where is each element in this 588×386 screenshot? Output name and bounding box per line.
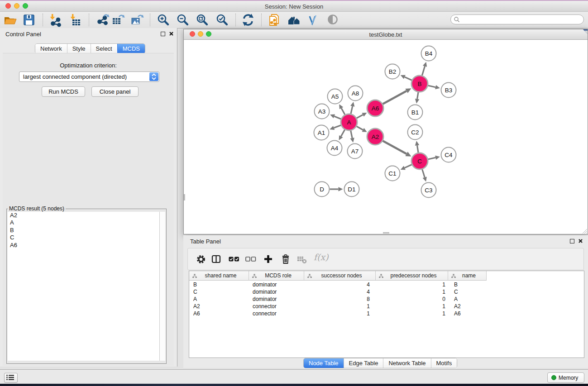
table-cell: 1 [304,303,376,310]
toolbar-separator [150,14,150,26]
table-row[interactable]: Adominator80A [189,295,584,303]
column-header-successor-nodes[interactable]: successor nodes [304,271,376,281]
tab-mcds[interactable]: MCDS [117,44,145,53]
mcds-result-item[interactable]: B [8,227,159,234]
mcds-scrollbar[interactable] [160,212,165,361]
table-close-icon[interactable] [578,239,583,243]
column-header-MCDS-role[interactable]: MCDS role [249,271,304,281]
edge-A-A3[interactable] [334,116,341,119]
optimization-criterion-label: Optimization criterion: [3,62,174,69]
edge-B-B1[interactable] [417,92,418,99]
close-panel-button[interactable]: Close panel [91,86,139,97]
network-graph-canvas[interactable]: AA6A2BCB4B2B3B1A5A8A3A1A4A7C2C4C1C3DD1 [184,40,588,234]
table-row[interactable]: A6connector11A6 [189,310,584,317]
refresh-icon[interactable] [241,13,255,27]
graph-node-label: C1 [388,170,396,177]
column-type-icon [192,274,197,278]
export-network-icon[interactable] [96,13,110,27]
trash-icon[interactable] [281,254,291,264]
table-float-icon[interactable] [570,239,574,243]
export-table-icon[interactable] [111,13,125,27]
edge-A-A2[interactable] [357,126,363,130]
graph-node-label: A5 [331,93,339,100]
table-cell: connector [249,310,304,317]
graph-node-label: A [347,119,351,126]
graph-node-label: B [417,81,421,87]
task-history-button[interactable] [4,373,18,383]
column-type-icon [379,274,383,278]
graph-node-label: A2 [372,133,379,140]
h-scroll-hint[interactable] [383,232,389,234]
tab-select[interactable]: Select [91,44,117,53]
status-bar: Memory [0,369,588,384]
zoom-selected-icon[interactable] [215,13,229,27]
zoom-in-icon[interactable] [156,13,171,27]
mcds-result-item[interactable]: A [8,219,159,226]
fx-icon[interactable]: f(x) [314,252,329,262]
tab-network-table[interactable]: Network Table [383,358,430,368]
eye-icon[interactable] [326,13,340,27]
edge-C-C1[interactable] [405,165,412,168]
v-scroll-hint[interactable] [184,194,185,200]
import-table-icon[interactable] [68,13,83,27]
edge-B-B3[interactable] [428,86,436,87]
unchecked-boxes-icon[interactable] [245,256,256,262]
edge-A6-B[interactable] [383,91,406,104]
tab-network[interactable]: Network [35,44,67,53]
edge-A-A6[interactable] [357,115,363,118]
delete-table-icon[interactable] [297,256,307,264]
tab-style[interactable]: Style [67,44,91,53]
column-header-name[interactable]: name [448,271,487,281]
table-row[interactable]: A2connector11A2 [189,303,584,310]
column-type-icon [451,274,456,278]
columns-icon[interactable] [211,254,221,264]
mcds-result-item[interactable]: A2 [8,212,159,219]
run-mcds-button[interactable]: Run MCDS [42,86,85,97]
network-window-titlebar: testGlobe.txt [184,29,588,40]
network-window: testGlobe.txt AA6A2BCB4B2B3B1A5A8A3A1A4A… [183,29,588,234]
zoom-out-icon[interactable] [176,13,190,27]
optimization-criterion-dropdown[interactable]: largest connected component (directed) [19,71,159,82]
edge-C-C3[interactable] [422,169,425,177]
edge-A-A5[interactable] [341,108,345,114]
tab-node-table[interactable]: Node Table [304,358,344,368]
vizmapper-icon[interactable] [306,13,320,27]
table-row[interactable]: Bdominator41B [189,281,584,288]
graph-node-label: C2 [411,129,419,136]
float-panel-icon[interactable] [161,32,165,36]
edge-B-B2[interactable] [405,77,412,80]
tab-motifs[interactable]: Motifs [431,358,457,368]
export-image-icon[interactable] [130,13,144,27]
checked-boxes-icon[interactable] [229,256,239,262]
table-cell: 4 [304,288,376,295]
memory-button[interactable]: Memory [547,372,584,383]
table-row[interactable]: Cdominator41C [189,288,584,295]
mcds-result-item[interactable]: C [8,234,159,241]
edge-C-C4[interactable] [428,157,436,159]
mcds-result-item[interactable]: A6 [8,242,159,249]
table-cell: 1 [304,310,376,317]
gear-icon[interactable] [196,254,206,264]
clone-network-icon[interactable] [267,13,281,27]
open-file-icon[interactable] [3,13,17,27]
edge-A-A1[interactable] [334,125,341,128]
edge-B-B4[interactable] [422,66,425,76]
import-network-icon[interactable] [48,13,62,27]
tab-edge-table[interactable]: Edge Table [344,358,383,368]
column-header-predecessor-nodes[interactable]: predecessor nodes [376,271,448,281]
table-body: Bdominator41BCdominator41CAdominator80AA… [189,281,584,317]
edge-A-A4[interactable] [341,130,344,137]
home-icon[interactable] [286,13,301,27]
network-window-title: testGlobe.txt [184,31,588,38]
save-icon[interactable] [22,13,36,27]
edge-C-C2[interactable] [417,145,419,152]
edge-A-A8[interactable] [351,106,353,114]
edge-A-A7[interactable] [351,131,352,138]
edge-A2-C[interactable] [383,141,406,154]
resize-grip[interactable] [581,228,588,234]
zoom-fit-icon[interactable] [195,13,210,27]
search-box[interactable] [450,14,584,24]
plus-icon[interactable] [263,254,273,264]
close-panel-icon[interactable] [169,32,173,36]
column-header-shared-name[interactable]: shared name [189,271,249,281]
